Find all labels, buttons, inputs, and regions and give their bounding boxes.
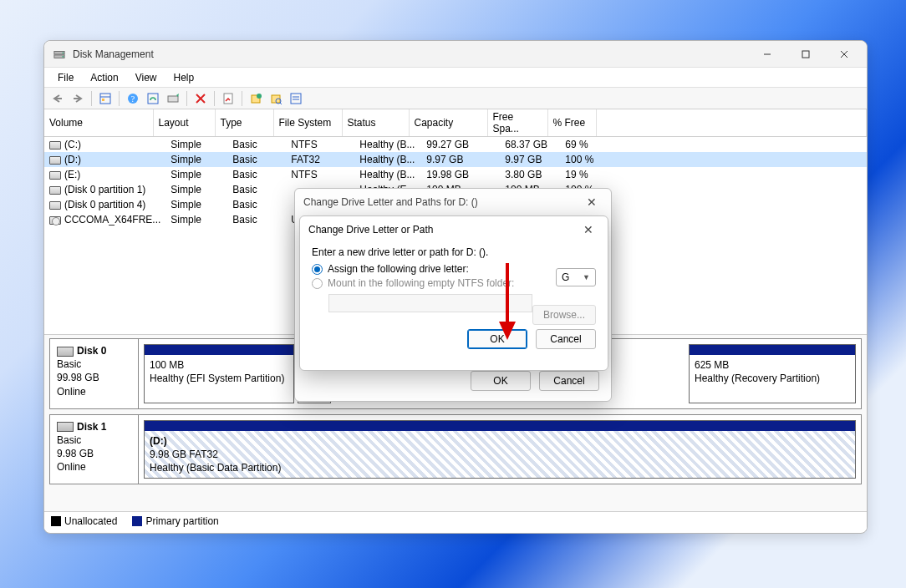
column-header[interactable]: Layout [153, 109, 215, 137]
svg-line-24 [280, 103, 282, 104]
svg-point-21 [257, 94, 262, 99]
show-hide-tree-icon[interactable] [97, 90, 114, 107]
column-header[interactable]: % Free [547, 109, 596, 137]
menu-help[interactable]: Help [165, 68, 203, 87]
menu-file[interactable]: File [49, 68, 82, 87]
svg-rect-15 [148, 94, 158, 104]
dialog2-ok-button[interactable]: OK [467, 329, 527, 349]
column-header[interactable]: Type [215, 109, 273, 137]
svg-point-3 [63, 55, 64, 57]
partition[interactable]: 100 MBHealthy (EFI System Partition) [144, 344, 294, 403]
change-letter-or-path-dialog: Change Drive Letter or Path ✕ Enter a ne… [299, 215, 608, 371]
svg-rect-12 [102, 99, 104, 101]
radio-mount-folder[interactable] [312, 278, 323, 289]
legend-unallocated-label: Unallocated [64, 515, 117, 527]
disk-label[interactable]: Disk 1Basic9.98 GBOnline [50, 415, 139, 484]
menubar: File Action View Help [44, 68, 867, 88]
delete-icon[interactable] [192, 90, 209, 107]
dialog1-close-icon[interactable]: ✕ [581, 192, 603, 212]
drive-icon [49, 171, 61, 180]
legend-swatch-unallocated [51, 516, 61, 526]
partition[interactable]: (D:)9.98 GB FAT32Healthy (Basic Data Par… [144, 420, 856, 479]
column-header[interactable]: File System [273, 109, 342, 137]
disk-icon [57, 347, 74, 357]
legend-swatch-primary [132, 516, 142, 526]
column-header[interactable]: Status [342, 109, 409, 137]
close-button[interactable] [825, 41, 863, 68]
column-header[interactable]: Capacity [409, 109, 487, 137]
radio-assign-letter[interactable] [312, 264, 323, 275]
dialog2-close-icon[interactable]: ✕ [578, 220, 599, 240]
svg-rect-5 [802, 51, 809, 58]
radio-assign-letter-label: Assign the following drive letter: [328, 263, 469, 275]
minimize-button[interactable] [748, 41, 786, 68]
dialog1-title: Change Drive Letter and Paths for D: () [303, 196, 581, 208]
svg-rect-25 [291, 94, 301, 104]
disk-label[interactable]: Disk 0Basic99.98 GBOnline [50, 339, 139, 408]
menu-view[interactable]: View [127, 68, 165, 87]
dialog2-titlebar: Change Drive Letter or Path ✕ [300, 216, 608, 243]
dialog2-title: Change Drive Letter or Path [308, 224, 578, 236]
partition[interactable]: 625 MBHealthy (Recovery Partition) [689, 344, 856, 403]
dialog1-ok-button[interactable]: OK [471, 371, 531, 391]
toolbar: ? [44, 88, 867, 109]
volume-row[interactable]: (C:)SimpleBasicNTFSHealthy (B...99.27 GB… [44, 137, 867, 152]
svg-rect-16 [168, 96, 178, 102]
drive-icon [49, 186, 61, 195]
dialog1-titlebar: Change Drive Letter and Paths for D: () … [295, 189, 611, 215]
window-title: Disk Management [73, 48, 748, 60]
column-header[interactable]: Volume [44, 109, 153, 137]
drive-icon [49, 201, 61, 210]
refresh-icon[interactable] [145, 90, 161, 107]
rescan-icon[interactable] [165, 90, 181, 107]
dialog2-prompt: Enter a new drive letter or path for D: … [312, 246, 596, 258]
svg-rect-10 [100, 94, 110, 104]
menu-action[interactable]: Action [82, 68, 126, 87]
volume-row[interactable]: (D:)SimpleBasicFAT32Healthy (B...9.97 GB… [44, 152, 867, 167]
titlebar: Disk Management [44, 41, 867, 68]
forward-icon[interactable] [69, 90, 86, 107]
legend: Unallocated Primary partition [44, 511, 867, 530]
disk-row: Disk 1Basic9.98 GBOnline(D:)9.98 GB FAT3… [49, 414, 862, 485]
explore-icon[interactable] [267, 90, 284, 107]
drive-letter-select[interactable]: G ▼ [556, 268, 596, 286]
radio-mount-folder-label: Mount in the following empty NTFS folder… [328, 277, 514, 289]
chevron-down-icon: ▼ [583, 273, 590, 281]
properties-icon[interactable] [220, 90, 237, 107]
drive-letter-value: G [562, 271, 569, 283]
new-volume-icon[interactable] [247, 90, 264, 107]
browse-button: Browse... [532, 305, 596, 325]
back-icon[interactable] [49, 90, 66, 107]
drive-icon [49, 156, 61, 165]
svg-text:?: ? [131, 94, 135, 104]
list-icon[interactable] [288, 90, 304, 107]
mount-folder-input [328, 294, 532, 312]
disk-icon [57, 422, 74, 432]
help-icon[interactable]: ? [125, 90, 141, 107]
column-header[interactable]: Free Spa... [487, 109, 547, 137]
volume-row[interactable]: (E:)SimpleBasicNTFSHealthy (B...19.98 GB… [44, 167, 867, 182]
dialog2-cancel-button[interactable]: Cancel [536, 329, 596, 349]
drive-icon [49, 141, 61, 150]
app-icon [53, 48, 66, 61]
svg-point-2 [63, 52, 64, 53]
maximize-button[interactable] [786, 41, 825, 68]
dialog1-cancel-button[interactable]: Cancel [539, 371, 599, 391]
legend-primary-label: Primary partition [145, 515, 218, 527]
disc-icon [49, 216, 61, 225]
